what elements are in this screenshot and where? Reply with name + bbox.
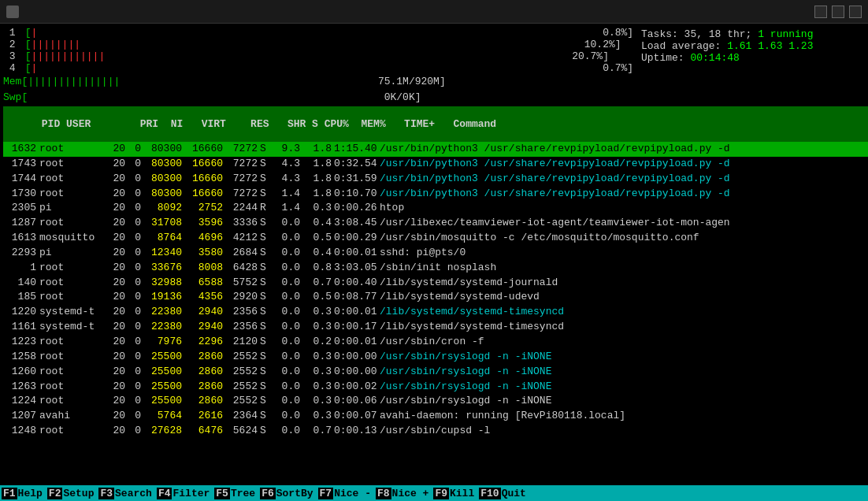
fn-key-f7: F7: [318, 488, 334, 499]
minimize-button[interactable]: [814, 6, 827, 18]
table-row[interactable]: 1730root20080300166607272S1.41.80:10.70/…: [3, 187, 868, 202]
table-row[interactable]: 2305pi200809227522244R1.40.30:00.26htop: [3, 201, 868, 216]
fn-label-f8[interactable]: Nice +: [391, 488, 434, 499]
cpu-row-3: 3 [ |||||||||||| 20.7%]: [3, 50, 633, 62]
fn-key-f3: F3: [98, 488, 114, 499]
uptime-stat: Uptime: 00:14:48: [641, 52, 857, 64]
cpu-row-4: 4 [ | 0.7%]: [3, 62, 633, 74]
table-row[interactable]: 1263root2002550028602552S0.00.30:00.02/u…: [3, 380, 868, 395]
table-row[interactable]: 1161systemd-t2002238029402356S0.00.30:00…: [3, 320, 868, 335]
fn-label-f2[interactable]: Setup: [62, 488, 98, 499]
table-row[interactable]: 1743root20080300166607272S4.31.80:32.54/…: [3, 157, 868, 172]
system-stats: Tasks: 35, 18 thr; 1 running Load averag…: [641, 27, 862, 105]
table-row[interactable]: 1632root20080300166607272S9.31.81:15.40/…: [3, 142, 868, 157]
window-controls: [814, 6, 862, 18]
process-list: 1632root20080300166607272S9.31.81:15.40/…: [3, 142, 868, 439]
fn-key-f8: F8: [376, 488, 391, 499]
fn-label-f6[interactable]: SortBy: [276, 488, 318, 499]
table-row[interactable]: 1220systemd-t2002238029402356S0.00.30:00…: [3, 305, 868, 320]
cpu-bars-section: 1 [ | 0.8%] 2 [ ||||||||: [3, 27, 633, 105]
table-row[interactable]: 1258root2002550028602552S0.00.30:00.00/u…: [3, 350, 868, 365]
fn-key-f6: F6: [260, 488, 276, 499]
fn-label-f5[interactable]: Tree: [230, 488, 260, 499]
mem-bar-row: Mem [ ||||||||||||||| 75.1M/920M]: [3, 74, 633, 90]
fn-key-f9: F9: [433, 488, 449, 499]
table-row[interactable]: 1613mosquitto200876446964212S0.00.50:00.…: [3, 231, 868, 246]
bottom-bar: F1HelpF2SetupF3SearchF4FilterF5TreeF6Sor…: [0, 485, 868, 501]
fn-key-f4: F4: [157, 488, 172, 499]
table-row[interactable]: 1744root20080300166607272S4.31.80:31.59/…: [3, 172, 868, 187]
table-row[interactable]: 1223root200797622962120S0.00.20:00.01/us…: [3, 335, 868, 350]
fn-key-f5: F5: [214, 488, 230, 499]
swp-bar-row: Swp [ 0K/0K]: [3, 90, 633, 106]
terminal-area: 1 [ | 0.8%] 2 [ ||||||||: [0, 24, 868, 485]
maximize-button[interactable]: [832, 6, 844, 18]
load-stat: Load average: 1.61 1.63 1.23: [641, 40, 857, 52]
app-icon: [6, 6, 19, 18]
table-row[interactable]: 1248root2002762864765624S0.00.70:00.13/u…: [3, 424, 868, 439]
table-row[interactable]: 1root2003367680086428S0.00.83:03.05/sbin…: [3, 261, 868, 276]
table-row[interactable]: 1260root2002550028602552S0.00.30:00.00/u…: [3, 365, 868, 380]
cpu-row-1: 1 [ | 0.8%]: [3, 27, 633, 39]
table-row[interactable]: 1224root2002550028602552S0.00.30:00.06/u…: [3, 394, 868, 409]
table-row[interactable]: 185root2001913643562920S0.00.50:08.77/li…: [3, 290, 868, 305]
table-row[interactable]: 2293pi2001234035802684S0.00.40:00.01sshd…: [3, 246, 868, 261]
title-bar: [0, 0, 868, 24]
fn-key-f1: F1: [2, 488, 17, 499]
fn-label-f1[interactable]: Help: [17, 488, 47, 499]
fn-label-f4[interactable]: Filter: [172, 488, 214, 499]
fn-label-f7[interactable]: Nice -: [333, 488, 376, 499]
fn-key-f10: F10: [479, 488, 500, 499]
table-header: PID USER PRI NI VIRT RES SHR S CPU% MEM%…: [3, 106, 868, 142]
tasks-stat: Tasks: 35, 18 thr; 1 running: [641, 28, 857, 40]
table-row[interactable]: 140root2003298865885752S0.00.70:00.40/li…: [3, 276, 868, 291]
title-bar-left: [6, 6, 25, 18]
fn-key-f2: F2: [47, 488, 63, 499]
fn-label-f10[interactable]: Quit: [501, 488, 531, 499]
fn-label-f3[interactable]: Search: [114, 488, 157, 499]
cpu-row-2: 2 [ |||||||| 10.2%]: [3, 39, 633, 50]
close-button[interactable]: [849, 6, 862, 18]
fn-label-f9[interactable]: Kill: [449, 488, 479, 499]
table-row[interactable]: 1287root2003170835963336S0.00.43:08.45/u…: [3, 216, 868, 231]
table-row[interactable]: 1207avahi200576426162364S0.00.30:00.07av…: [3, 409, 868, 424]
